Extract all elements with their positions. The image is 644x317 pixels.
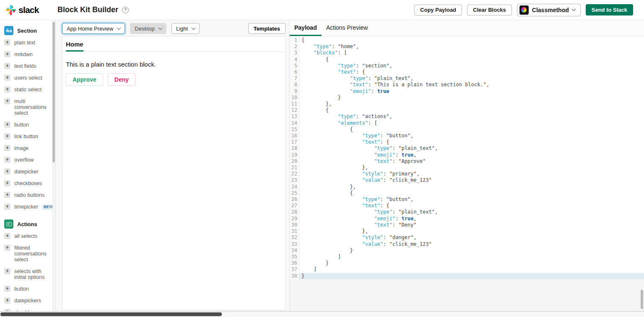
code-row: 23 "value": "click_me_123" xyxy=(290,177,644,183)
horizontal-scrollbar-track[interactable] xyxy=(0,311,644,317)
chevron-down-icon xyxy=(158,26,163,30)
code-row: 28 "type": "plain_text", xyxy=(290,209,644,215)
slack-logo[interactable]: slack xyxy=(5,5,53,15)
sidebar-item-text-fields[interactable]: +text fields xyxy=(4,60,49,72)
sidebar-item-filtered-conversations-select[interactable]: +filtered conversations select xyxy=(4,242,49,265)
code-row: 22 "style": "primary", xyxy=(290,171,644,177)
line-number: 31 xyxy=(290,228,299,235)
sidebar-item-selects-with-initial-options[interactable]: +selects with initial options xyxy=(4,265,49,283)
line-number: 16 xyxy=(290,133,299,139)
sidebar-item-users-select[interactable]: +users select xyxy=(4,72,49,84)
line-number: 18 xyxy=(290,145,299,152)
preview-mode-value: App Home Preview xyxy=(67,26,113,32)
plus-icon: + xyxy=(4,75,10,81)
sidebar-item-link-button[interactable]: +link button xyxy=(4,131,49,142)
code-row: 14 "elements": [ xyxy=(290,120,644,126)
preview-button-row: Approve Deny xyxy=(66,73,282,86)
horizontal-scrollbar-thumb[interactable] xyxy=(0,312,222,316)
sidebar-item-plain-text[interactable]: +plain text xyxy=(4,37,49,49)
code-line: }, xyxy=(299,228,644,235)
sidebar-item-image[interactable]: +image xyxy=(4,142,49,154)
line-number: 25 xyxy=(290,190,299,196)
device-select[interactable]: Desktop xyxy=(130,23,166,34)
code-line: { xyxy=(299,126,644,133)
code-row: 2 "type": "home", xyxy=(290,44,644,50)
line-number: 28 xyxy=(290,209,299,215)
plus-icon: + xyxy=(4,245,10,251)
line-number: 9 xyxy=(290,88,299,95)
code-line: ] xyxy=(299,266,644,273)
line-number: 4 xyxy=(290,57,299,63)
sidebar-item-label: users select xyxy=(14,75,42,81)
line-number: 37 xyxy=(290,266,299,273)
plus-icon: + xyxy=(4,51,10,57)
payload-panel: PayloadActions Preview 1{2 "type": "home… xyxy=(289,20,644,311)
plus-icon: + xyxy=(4,204,10,210)
sidebar-item-checkboxes[interactable]: +checkboxes xyxy=(4,307,49,311)
sidebar-item-label: text fields xyxy=(14,63,36,69)
tab-home[interactable]: Home xyxy=(66,41,83,52)
line-number: 5 xyxy=(290,63,299,69)
sidebar-item-radio-buttons[interactable]: +radio buttons xyxy=(4,189,49,201)
code-line: "text": { xyxy=(299,203,644,209)
code-row: 26 "type": "button", xyxy=(290,196,644,203)
sidebar-item-button[interactable]: +button xyxy=(4,119,49,131)
payload-editor[interactable]: 1{2 "type": "home",3 "blocks": [4 {5 "ty… xyxy=(290,36,644,279)
plus-icon: + xyxy=(4,180,10,186)
line-number: 32 xyxy=(290,235,299,241)
code-row: 20 "text": "Approve" xyxy=(290,158,644,165)
plus-icon: + xyxy=(4,86,10,93)
section-block-icon: Aa xyxy=(4,26,13,35)
slack-logo-icon xyxy=(5,5,16,15)
code-row: 33 "value": "click_me_123" xyxy=(290,241,644,247)
sidebar-item-label: plain text xyxy=(14,39,35,46)
deny-button[interactable]: Deny xyxy=(108,73,135,86)
header: slack Block Kit Builder ? Copy Payload C… xyxy=(0,0,644,20)
sidebar-item-label: mrkdwn xyxy=(14,51,33,57)
sidebar-item-label: button xyxy=(14,286,29,292)
sidebar-item-datepicker[interactable]: +datepicker xyxy=(4,166,49,178)
line-number: 23 xyxy=(290,177,299,183)
templates-button[interactable]: Templates xyxy=(248,23,286,34)
approve-button[interactable]: Approve xyxy=(66,73,103,86)
code-row: 9 "emoji": true xyxy=(290,88,644,95)
clear-blocks-button[interactable]: Clear Blocks xyxy=(467,5,512,15)
sidebar-item-multi-conversations-select[interactable]: +multi conversations select xyxy=(4,95,49,119)
sidebar-item-timepicker[interactable]: +timepickerBETA xyxy=(4,201,49,213)
sidebar-item-label: multi conversations select xyxy=(14,98,49,116)
line-number: 29 xyxy=(290,216,299,222)
sidebar-item-static-select[interactable]: +static select xyxy=(4,84,49,95)
plus-icon: + xyxy=(4,63,10,69)
workspace-avatar xyxy=(519,5,529,15)
sidebar-item-button[interactable]: +button xyxy=(4,283,49,295)
sidebar-item-label: all selects xyxy=(14,233,37,239)
sidebar-item-label: button xyxy=(14,121,29,128)
workspace-select[interactable]: Classmethod xyxy=(517,4,581,16)
tab-actions-preview[interactable]: Actions Preview xyxy=(322,20,373,36)
sidebar-item-checkboxes[interactable]: +checkboxes xyxy=(4,178,49,189)
copy-payload-button[interactable]: Copy Payload xyxy=(414,5,462,15)
tab-payload[interactable]: Payload xyxy=(290,20,322,36)
sidebar-item-label: link button xyxy=(14,133,38,139)
code-row: 30 "text": "Deny" xyxy=(290,222,644,228)
sidebar-scrollbar-thumb[interactable] xyxy=(52,22,55,162)
preview-body: This is a plain text section block. Appr… xyxy=(62,52,285,95)
actions-block-icon xyxy=(4,219,13,229)
preview-section-text: This is a plain text section block. xyxy=(66,61,282,68)
code-line: "value": "click_me_123" xyxy=(299,177,644,183)
title-wrap: Block Kit Builder ? xyxy=(57,5,129,14)
sidebar-item-overflow[interactable]: +overflow xyxy=(4,154,49,166)
sidebar-item-all-selects[interactable]: +all selects xyxy=(4,230,49,242)
send-to-slack-button[interactable]: Send to Slack xyxy=(586,4,633,15)
payload-scrollbar-thumb[interactable] xyxy=(641,290,643,309)
plus-icon: + xyxy=(4,168,10,175)
theme-select[interactable]: Light xyxy=(171,23,200,34)
chevron-down-icon xyxy=(192,26,196,30)
block-kit-builder-app: slack Block Kit Builder ? Copy Payload C… xyxy=(0,0,644,317)
sidebar-item-mrkdwn[interactable]: +mrkdwn xyxy=(4,49,49,60)
code-row: 29 "emoji": true, xyxy=(290,216,644,222)
code-line: { xyxy=(299,57,644,63)
help-icon[interactable]: ? xyxy=(122,7,129,13)
sidebar-item-datepickers[interactable]: +datepickers xyxy=(4,295,49,307)
preview-mode-select[interactable]: App Home Preview xyxy=(62,23,125,34)
